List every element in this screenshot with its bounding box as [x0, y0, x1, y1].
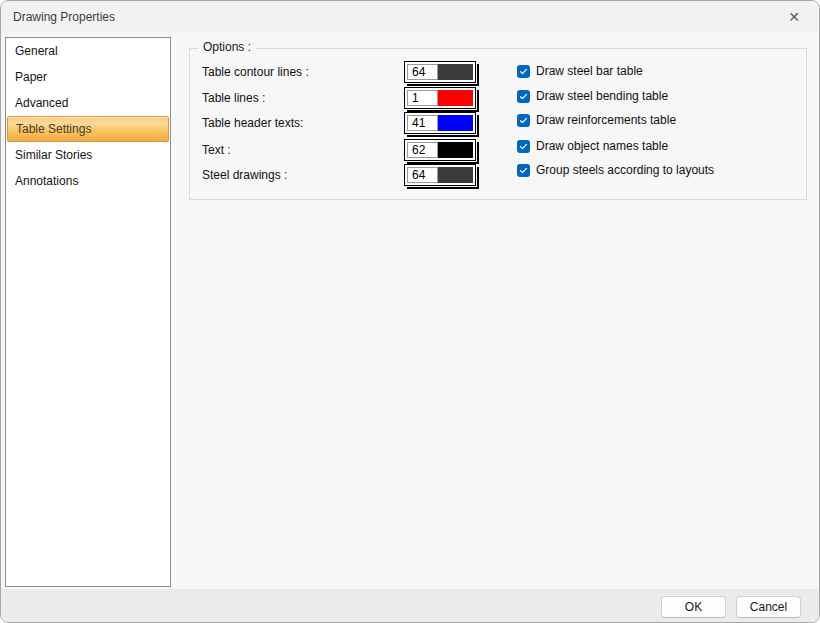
option-row: Text : 62: [190, 139, 806, 161]
checkbox-label[interactable]: Draw steel bar table: [536, 64, 643, 79]
steel-drawings-color-swatch[interactable]: [438, 167, 473, 183]
checkbox-draw-steel-bar-table[interactable]: Draw steel bar table: [517, 64, 643, 79]
ok-button[interactable]: OK: [661, 596, 726, 618]
table-header-texts-value-input[interactable]: 41: [407, 115, 438, 131]
table-contour-lines-control[interactable]: 64: [404, 61, 476, 83]
cancel-button[interactable]: Cancel: [736, 596, 801, 618]
checkbox-label[interactable]: Draw steel bending table: [536, 89, 668, 104]
table-lines-label: Table lines :: [202, 87, 265, 109]
checkbox-draw-steel-bending-table[interactable]: Draw steel bending table: [517, 89, 668, 104]
table-header-texts-label: Table header texts:: [202, 112, 303, 134]
dialog-footer: OK Cancel: [1, 589, 819, 622]
close-icon: ✕: [788, 9, 800, 25]
option-row: Table header texts: 41: [190, 112, 806, 134]
checkbox-label[interactable]: Draw reinforcements table: [536, 113, 676, 128]
text-value-input[interactable]: 62: [407, 142, 438, 158]
sidebar-item-general[interactable]: General: [6, 38, 170, 64]
text-color-swatch[interactable]: [438, 142, 473, 158]
checkbox-checked-icon[interactable]: [517, 140, 530, 153]
checkbox-checked-icon[interactable]: [517, 114, 530, 127]
sidebar-item-advanced[interactable]: Advanced: [6, 90, 170, 116]
checkbox-group-steels-according-to-layouts[interactable]: Group steels according to layouts: [517, 163, 714, 178]
table-header-texts-control[interactable]: 41: [404, 112, 476, 134]
checkbox-draw-reinforcements-table[interactable]: Draw reinforcements table: [517, 113, 676, 128]
table-lines-value-input[interactable]: 1: [407, 90, 438, 106]
checkbox-label[interactable]: Draw object names table: [536, 139, 668, 154]
table-contour-lines-color-swatch[interactable]: [438, 64, 473, 80]
options-group: Options : Table contour lines : 64 Table…: [189, 48, 807, 200]
text-control[interactable]: 62: [404, 139, 476, 161]
text-label: Text :: [202, 139, 231, 161]
checkbox-label[interactable]: Group steels according to layouts: [536, 163, 714, 178]
checkbox-checked-icon[interactable]: [517, 65, 530, 78]
title-bar: Drawing Properties ✕: [1, 1, 819, 33]
table-header-texts-color-swatch[interactable]: [438, 115, 473, 131]
table-lines-control[interactable]: 1: [404, 87, 476, 109]
option-row: Table lines : 1: [190, 87, 806, 109]
table-lines-color-swatch[interactable]: [438, 90, 473, 106]
drawing-properties-dialog: Drawing Properties ✕ General Paper Advan…: [0, 0, 820, 623]
close-button[interactable]: ✕: [777, 5, 811, 29]
checkbox-checked-icon[interactable]: [517, 90, 530, 103]
table-contour-lines-label: Table contour lines :: [202, 61, 309, 83]
steel-drawings-label: Steel drawings :: [202, 164, 287, 186]
option-row: Table contour lines : 64: [190, 61, 806, 83]
steel-drawings-value-input[interactable]: 64: [407, 167, 438, 183]
steel-drawings-control[interactable]: 64: [404, 164, 476, 186]
window-title: Drawing Properties: [13, 1, 115, 33]
category-list: General Paper Advanced Table Settings Si…: [5, 37, 171, 587]
table-contour-lines-value-input[interactable]: 64: [407, 64, 438, 80]
sidebar-item-paper[interactable]: Paper: [6, 64, 170, 90]
sidebar-item-annotations[interactable]: Annotations: [6, 168, 170, 194]
sidebar-item-table-settings[interactable]: Table Settings: [7, 116, 169, 142]
checkbox-checked-icon[interactable]: [517, 164, 530, 177]
options-group-title: Options :: [198, 40, 256, 54]
checkbox-draw-object-names-table[interactable]: Draw object names table: [517, 139, 668, 154]
sidebar-item-similar-stories[interactable]: Similar Stories: [6, 142, 170, 168]
